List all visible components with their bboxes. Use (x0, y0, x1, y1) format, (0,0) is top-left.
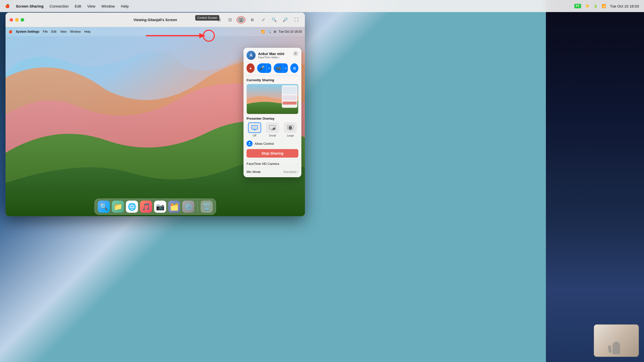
menubar-time: Tue Oct 10 16:03 (610, 4, 639, 8)
menubar-help[interactable]: Help (121, 4, 129, 8)
ft-mic-mode-row[interactable]: Mic Mode Standard › (244, 168, 301, 176)
ft-screen-preview (247, 84, 298, 114)
ft-camera-button[interactable]: 📹 (274, 63, 283, 73)
shared-apple-menu[interactable]: 🍎 (9, 30, 12, 33)
ft-header-info: Ankur Mac mini FaceTime Video › (258, 52, 298, 59)
shared-search-icon[interactable]: 🔍 (267, 30, 271, 33)
shared-control-center-icon[interactable]: ⊞ (274, 30, 276, 33)
pip-button[interactable]: ⧉ (248, 16, 257, 24)
traffic-lights (10, 18, 24, 22)
dock-photos[interactable]: 📷 (154, 201, 166, 213)
ft-currently-sharing-label: Currently Sharing (244, 78, 301, 84)
ft-presenter-large-label: Large (287, 134, 294, 137)
svg-rect-8 (283, 95, 297, 100)
svg-point-21 (249, 142, 250, 144)
minimize-button[interactable] (15, 18, 19, 22)
screen-sharing-window: Viewing Gitanjali's Screen ⊞ ⊡ ⧉ ⤢ 🔍 🔎 ⛶… (6, 13, 305, 216)
ft-mic-mode-label: Mic Mode (247, 170, 283, 174)
dock-divider (197, 202, 198, 212)
facetime-green-icon: FT (574, 4, 581, 8)
facetime-panel: A Ankur Mac mini FaceTime Video › ✕ ● (244, 48, 301, 177)
dock-music[interactable]: 🎵 (140, 201, 152, 213)
ft-camera-row-label: FaceTime HD Camera (247, 162, 297, 166)
shared-menubar-left: 🍎 System Settings File Edit View Window … (9, 30, 91, 33)
shared-window-menu[interactable]: Window (70, 30, 81, 33)
dock-files[interactable]: 📁 (112, 201, 124, 213)
ft-divider-1 (247, 75, 298, 76)
shared-dock: 🔍 📁 🌐 🎵 📷 🗂️ ⚙️ 🗑️ (95, 199, 216, 215)
menubar-window[interactable]: Window (101, 4, 115, 8)
zoom-fit-button[interactable]: ⤢ (259, 16, 268, 24)
ft-presenter-section: Presenter Overlay Off (244, 117, 301, 139)
zoom-in-button[interactable]: 🔎 (281, 16, 290, 24)
ft-presenter-small-icon[interactable] (266, 122, 279, 133)
ft-mic-button[interactable]: 🎤 (257, 63, 267, 73)
shared-desktop: 🍎 System Settings File Edit View Window … (6, 27, 305, 216)
ft-mic-mode-value: Standard (283, 170, 296, 174)
maximize-button[interactable] (21, 18, 24, 22)
ft-mic-dropdown-button[interactable]: ▾ (267, 63, 271, 73)
ft-presenter-small: Small (264, 122, 280, 137)
shared-wifi-icon: 📶 (261, 30, 265, 33)
space-wallpaper-panel (546, 0, 644, 362)
ft-allow-control-row[interactable]: Allow Control (244, 139, 301, 148)
ft-presenter-off-icon[interactable] (248, 122, 261, 133)
shared-app-name[interactable]: System Settings (16, 30, 39, 33)
svg-rect-9 (283, 102, 297, 105)
menubar-edit[interactable]: Edit (75, 4, 81, 8)
ft-mic-mode-chevron: › (297, 170, 298, 174)
ft-screen-share-button[interactable]: ⊞ (290, 63, 298, 73)
single-view-button[interactable]: ⊡ (225, 16, 234, 24)
menubar-left-items: 🍎 Screen Sharing Connection Edit View Wi… (5, 4, 129, 8)
system-menubar: 🍎 Screen Sharing Connection Edit View Wi… (0, 0, 644, 12)
self-view-thumbnail (594, 324, 639, 357)
apple-menu[interactable]: 🍎 (5, 4, 10, 8)
window-title: Viewing Gitanjali's Screen (133, 18, 177, 22)
fullscreen-button[interactable]: ⛶ (292, 16, 301, 24)
dock-finder[interactable]: 🔍 (98, 201, 110, 213)
ft-presenter-small-label: Small (269, 134, 276, 137)
self-view-content (594, 325, 639, 357)
ft-presenter-off-label: Off (253, 134, 256, 137)
ft-presenter-off: Off (247, 122, 262, 137)
menubar-view[interactable]: View (87, 4, 95, 8)
ft-record-button[interactable]: ● (247, 63, 255, 73)
wifi-icon[interactable]: 📶 (602, 4, 606, 8)
ft-camera-group: 📹 ▾ (274, 63, 288, 73)
shared-file-menu[interactable]: File (43, 30, 48, 33)
ft-allow-control-icon (247, 141, 253, 147)
ft-close-button[interactable]: ✕ (293, 51, 298, 56)
control-screen-button[interactable] (236, 16, 246, 24)
ss-screen-content: 🍎 System Settings File Edit View Window … (6, 27, 305, 216)
ft-presenter-options: Off Small (247, 122, 298, 137)
shared-menubar-right: 📶 🔍 ⊞ Tue Oct 10 16:03 (261, 30, 302, 33)
ft-camera-row-chevron: › (297, 162, 298, 166)
shared-menubar: 🍎 System Settings File Edit View Window … (6, 27, 305, 36)
svg-point-1 (240, 19, 242, 20)
dock-settings[interactable]: ⚙️ (182, 201, 194, 213)
menubar-connection[interactable]: Connection (50, 4, 69, 8)
svg-point-18 (289, 126, 292, 129)
ft-subtitle: FaceTime Video › (258, 56, 298, 59)
menubar-right-items: FT ☀️ 🔋 📶 Tue Oct 10 16:03 (574, 4, 639, 8)
ft-presenter-large: Large (283, 122, 298, 137)
ft-camera-row[interactable]: FaceTime HD Camera › (244, 160, 301, 168)
dock-apps[interactable]: 🗂️ (168, 201, 180, 213)
ft-presenter-large-icon[interactable] (284, 122, 297, 133)
battery-icon[interactable]: 🔋 (593, 4, 598, 8)
ft-controls: ● 🎤 ▾ 📹 ▾ ⊞ (244, 62, 301, 75)
ft-mic-group: 🎤 ▾ (257, 63, 271, 73)
svg-rect-10 (252, 125, 258, 129)
dock-trash[interactable]: 🗑️ (201, 201, 213, 213)
dock-chrome[interactable]: 🌐 (126, 201, 138, 213)
close-button[interactable] (10, 18, 13, 22)
shared-help-menu[interactable]: Help (84, 30, 91, 33)
ft-stop-sharing-button[interactable]: Stop Sharing (247, 149, 298, 158)
ss-titlebar: Viewing Gitanjali's Screen ⊞ ⊡ ⧉ ⤢ 🔍 🔎 ⛶… (6, 13, 305, 27)
shared-view-menu[interactable]: View (60, 30, 66, 33)
zoom-out-button[interactable]: 🔍 (270, 16, 279, 24)
shared-edit-menu[interactable]: Edit (51, 30, 57, 33)
menubar-app-name[interactable]: Screen Sharing (16, 4, 44, 8)
ft-camera-dropdown-button[interactable]: ▾ (283, 63, 288, 73)
brightness-icon[interactable]: ☀️ (585, 4, 589, 8)
